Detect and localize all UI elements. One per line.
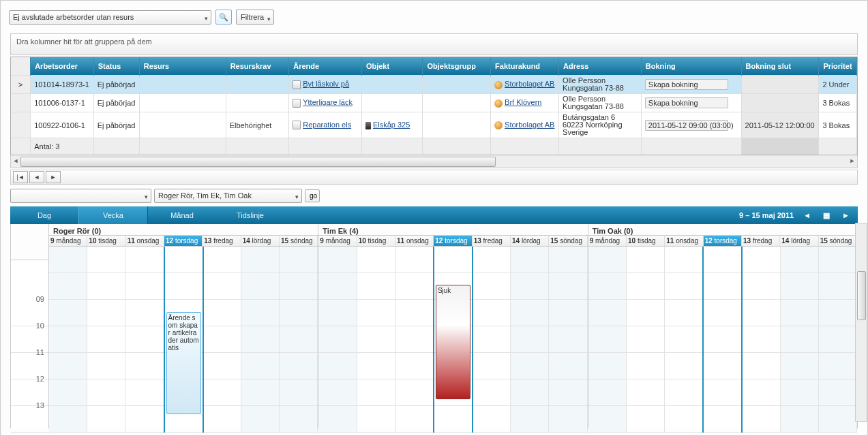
cell: 2 Under bbox=[819, 76, 857, 94]
resource-column: Roger Rör (0) 9 måndag 10 tisdag 11 onsd… bbox=[49, 224, 318, 429]
cell bbox=[139, 76, 226, 94]
total-label: Antal: 3 bbox=[31, 138, 94, 155]
customer-icon bbox=[494, 121, 503, 129]
cell bbox=[139, 112, 226, 138]
hour-label: 11 bbox=[36, 348, 44, 356]
grid-nav-bar: |◄ ◄ ► bbox=[10, 170, 858, 185]
row-indicator: > bbox=[11, 76, 31, 94]
hour-label: 09 bbox=[36, 295, 44, 303]
resource-name: Tim Oak (0) bbox=[588, 224, 857, 235]
tab-week[interactable]: Vecka bbox=[78, 206, 148, 224]
cell bbox=[741, 76, 819, 94]
col-resurs[interactable]: Resurs bbox=[139, 57, 226, 76]
col-objektsgrupp[interactable]: Objektsgrupp bbox=[423, 57, 491, 76]
scroll-thumb[interactable] bbox=[857, 271, 866, 320]
cell: 2011-05-12 12:00:00 bbox=[741, 112, 819, 138]
col-bokning-slut[interactable]: Bokning slut bbox=[741, 57, 819, 76]
nav-first-button[interactable]: |◄ bbox=[13, 171, 28, 183]
resource-name: Roger Rör (0) bbox=[49, 224, 318, 235]
col-fakturakund[interactable]: Fakturakund bbox=[491, 57, 559, 76]
col-adress[interactable]: Adress bbox=[559, 57, 642, 76]
filter-button[interactable]: Filtrera bbox=[236, 10, 274, 25]
cell: Ej påbörjad bbox=[93, 112, 139, 138]
cell bbox=[423, 76, 491, 94]
col-arbetsorder[interactable]: Arbetsorder bbox=[31, 57, 94, 76]
cell: Ej påbörjad bbox=[93, 76, 139, 94]
resource-column: Tim Ek (4) 9 måndag 10 tisdag 11 onsdag … bbox=[318, 224, 588, 429]
cell bbox=[423, 112, 491, 138]
cell: Butängsgatan 6 60223 Norrköping Sverige bbox=[559, 112, 642, 138]
cell: Olle Persson Kungsgatan 73-88 bbox=[559, 94, 642, 112]
cell: Elbehörighet bbox=[226, 112, 289, 138]
tab-timeline[interactable]: Tidslinje bbox=[216, 206, 284, 224]
hour-label: 13 bbox=[36, 401, 44, 409]
search-icon[interactable]: 🔍 bbox=[215, 10, 232, 25]
filter-combo[interactable]: Ej avslutade arbetsorder utan resurs bbox=[9, 10, 211, 25]
booking-cell[interactable]: Skapa bokning bbox=[641, 94, 741, 112]
col-objekt[interactable]: Objekt bbox=[361, 57, 423, 76]
cell: Ej påbörjad bbox=[93, 94, 139, 112]
doc-icon bbox=[293, 99, 301, 108]
col-bokning[interactable]: Bokning bbox=[641, 57, 741, 76]
tab-month[interactable]: Månad bbox=[148, 206, 216, 224]
scroll-thumb[interactable] bbox=[20, 157, 496, 167]
customer-icon bbox=[494, 99, 503, 108]
hour-label: 12 bbox=[36, 375, 44, 383]
cell bbox=[361, 94, 423, 112]
object-icon bbox=[365, 122, 371, 129]
cell bbox=[226, 94, 289, 112]
booking-cell[interactable]: 2011-05-12 09:00 (03:00) bbox=[641, 112, 741, 138]
go-button[interactable]: go bbox=[305, 189, 320, 202]
cell-link[interactable]: Storbolaget AB bbox=[491, 112, 559, 138]
time-gutter: 09 10 11 12 13 bbox=[11, 224, 49, 429]
calendar-icon[interactable]: ▦ bbox=[820, 211, 833, 220]
col-arende[interactable]: Ärende bbox=[289, 57, 362, 76]
cell-link[interactable]: Elskåp 325 bbox=[361, 112, 423, 138]
cell: 3 Bokas bbox=[819, 94, 857, 112]
grid-header-row: Arbetsorder Status Resurs Resurskrav Äre… bbox=[11, 57, 857, 76]
calendar: 09 10 11 12 13 Roger Rör (0) 9 måndag 10… bbox=[10, 224, 858, 429]
calendar-event[interactable]: Ärende som skapar artikelrader automatis bbox=[166, 312, 201, 414]
cell: 100922-0106-1 bbox=[31, 112, 94, 138]
col-status[interactable]: Status bbox=[93, 57, 139, 76]
cell: 101014-18973-1 bbox=[31, 76, 94, 94]
booking-cell[interactable]: Skapa bokning bbox=[641, 76, 741, 94]
left-empty-combo[interactable] bbox=[10, 189, 151, 203]
table-row[interactable]: > 101014-18973-1 Ej påbörjad Byt låskolv… bbox=[11, 76, 857, 94]
resource-name: Tim Ek (4) bbox=[318, 224, 587, 235]
scroll-left-icon[interactable]: ◄ bbox=[11, 156, 20, 166]
cell bbox=[361, 76, 423, 94]
table-row[interactable]: 101006-0137-1 Ej påbörjad Ytterligare lä… bbox=[11, 94, 857, 112]
nav-prev-button[interactable]: ◄ bbox=[29, 171, 44, 183]
table-row[interactable]: 100922-0106-1 Ej påbörjad Elbehörighet R… bbox=[11, 112, 857, 138]
calendar-v-scrollbar[interactable] bbox=[855, 223, 867, 422]
nav-next-button[interactable]: ► bbox=[46, 171, 61, 183]
customer-icon bbox=[494, 81, 503, 89]
grid-h-scrollbar[interactable]: ◄ ► bbox=[10, 155, 858, 168]
cell bbox=[741, 94, 819, 112]
resource-combo[interactable]: Roger Rör, Tim Ek, Tim Oak bbox=[154, 189, 302, 203]
cell bbox=[423, 94, 491, 112]
col-resurskrav[interactable]: Resurskrav bbox=[226, 57, 289, 76]
day-header-row: 9 måndag 10 tisdag 11 onsdag 12 torsdag … bbox=[49, 235, 318, 247]
prev-week-button[interactable]: ◄ bbox=[800, 211, 813, 219]
cell-link[interactable]: Ytterligare läck bbox=[289, 94, 362, 112]
cell: Olle Persson Kungsgatan 73-88 bbox=[559, 76, 642, 94]
calendar-event[interactable]: Sjuk bbox=[436, 285, 470, 399]
cell-link[interactable]: Byt låskolv på bbox=[289, 76, 362, 94]
next-week-button[interactable]: ► bbox=[839, 211, 852, 219]
cell: 3 Bokas bbox=[819, 112, 857, 138]
cell: 101006-0137-1 bbox=[31, 94, 94, 112]
cell-link[interactable]: Brf Klövern bbox=[491, 94, 559, 112]
cell-link[interactable]: Storbolaget AB bbox=[491, 76, 559, 94]
group-by-bar[interactable]: Dra kolumner hit för att gruppera på dem bbox=[10, 33, 858, 55]
col-prioritet[interactable]: Prioritet bbox=[819, 57, 857, 76]
tab-day[interactable]: Dag bbox=[10, 206, 78, 224]
workorder-grid: Arbetsorder Status Resurs Resurskrav Äre… bbox=[10, 57, 858, 155]
cell-link[interactable]: Reparation els bbox=[289, 112, 362, 138]
doc-icon bbox=[293, 80, 301, 89]
hour-label: 10 bbox=[36, 322, 44, 330]
resource-column: Tim Oak (0) 9 måndag 10 tisdag 11 onsdag… bbox=[588, 224, 858, 429]
scroll-right-icon[interactable]: ► bbox=[848, 156, 857, 166]
doc-icon bbox=[293, 121, 301, 129]
